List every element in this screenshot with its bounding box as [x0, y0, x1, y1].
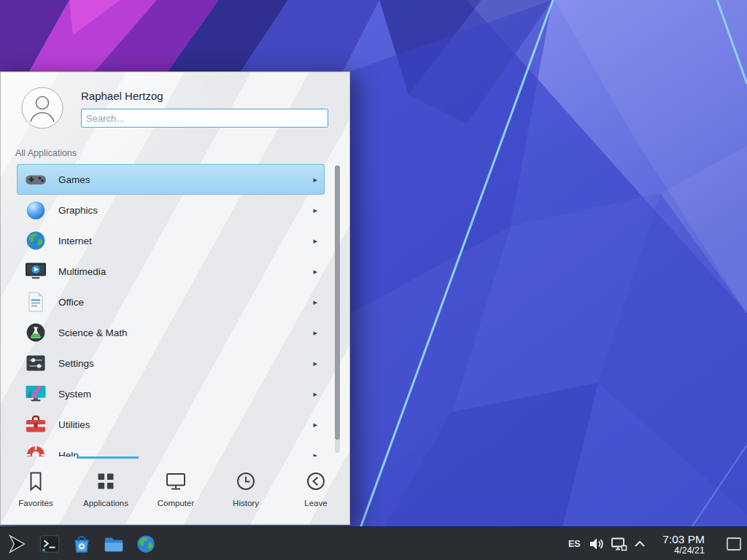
tab-computer[interactable]: Computer [141, 459, 211, 526]
gamepad-icon [24, 168, 47, 191]
browser-icon [135, 533, 157, 555]
category-help[interactable]: Help ▸ [17, 440, 325, 456]
app-launcher-button[interactable] [3, 529, 32, 559]
taskbar-app-browser[interactable] [131, 529, 160, 559]
tab-label: Computer [158, 499, 195, 508]
category-settings[interactable]: Settings ▸ [17, 348, 325, 378]
chevron-up-icon [632, 541, 647, 553]
submenu-arrow-icon: ▸ [313, 298, 317, 307]
monitor-icon [165, 470, 187, 492]
category-list: Games ▸ Graphics ▸ Internet ▸ Multimedia… [1, 164, 351, 456]
category-label: Science & Math [58, 327, 313, 338]
category-system[interactable]: System ▸ [17, 378, 325, 409]
category-science-math[interactable]: Science & Math ▸ [17, 317, 325, 348]
tab-label: History [233, 499, 259, 508]
category-games[interactable]: Games ▸ [17, 164, 325, 195]
category-multimedia[interactable]: Multimedia ▸ [17, 256, 325, 287]
volume-icon [588, 542, 605, 555]
submenu-arrow-icon: ▸ [313, 359, 317, 368]
user-icon [21, 87, 63, 129]
taskbar-app-terminal[interactable] [35, 529, 64, 559]
flask-icon [24, 321, 47, 344]
clock-time: 7:03 PM [662, 532, 705, 545]
tab-label: Favorites [18, 499, 53, 508]
category-graphics[interactable]: Graphics ▸ [17, 195, 325, 225]
document-icon [24, 290, 47, 314]
show-desktop-button[interactable] [726, 536, 742, 555]
submenu-arrow-icon: ▸ [313, 328, 317, 338]
terminal-icon [39, 533, 61, 555]
submenu-arrow-icon: ▸ [313, 175, 317, 184]
lifebuoy-icon [24, 443, 47, 456]
clock[interactable]: 7:03 PM 4/24/21 [662, 532, 705, 555]
grid-icon [95, 470, 117, 492]
tab-leave[interactable]: Leave [281, 459, 351, 526]
bookmark-icon [25, 470, 47, 492]
network-button[interactable] [610, 535, 627, 556]
category-office[interactable]: Office ▸ [17, 287, 325, 317]
category-internet[interactable]: Internet ▸ [17, 225, 325, 256]
globe-icon [24, 229, 47, 252]
tab-label: Leave [304, 499, 327, 508]
launcher-tab-bar: Favorites Applications Computer History [1, 459, 351, 526]
app-launcher-icon [7, 533, 28, 555]
submenu-arrow-icon: ▸ [313, 206, 317, 215]
clock-date: 4/24/21 [662, 545, 705, 555]
expand-tray-button[interactable] [632, 537, 647, 554]
clock-icon [235, 470, 257, 492]
show-desktop-icon [726, 542, 742, 554]
category-label: Internet [58, 236, 313, 246]
toolbox-icon [24, 413, 47, 436]
tab-applications[interactable]: Applications [71, 459, 141, 526]
category-label: Utilities [58, 419, 313, 430]
scrollbar-thumb[interactable] [335, 166, 340, 440]
volume-button[interactable] [588, 535, 605, 556]
taskbar-app-discover[interactable] [67, 529, 96, 559]
section-label-all-applications: All Applications [15, 148, 77, 158]
taskbar-app-file-manager[interactable] [99, 529, 128, 559]
submenu-arrow-icon: ▸ [313, 236, 317, 246]
search-input[interactable] [81, 109, 328, 128]
submenu-arrow-icon: ▸ [313, 451, 317, 457]
sphere-icon [24, 198, 47, 222]
settings-icon [24, 351, 47, 375]
tab-history[interactable]: History [211, 459, 281, 526]
scrollbar[interactable] [335, 166, 340, 453]
keyboard-layout-indicator[interactable]: ES [568, 539, 581, 549]
taskbar: ES 7:03 PM 4/24/21 [0, 526, 747, 560]
category-label: Help [58, 450, 313, 457]
category-label: Settings [58, 358, 313, 369]
application-launcher-menu: Raphael Hertzog All Applications Games ▸… [0, 71, 350, 525]
category-label: Multimedia [58, 266, 313, 277]
submenu-arrow-icon: ▸ [313, 420, 317, 429]
multimedia-icon [24, 260, 47, 283]
submenu-arrow-icon: ▸ [313, 267, 317, 276]
category-utilities[interactable]: Utilities ▸ [17, 409, 325, 440]
category-label: System [58, 389, 313, 400]
avatar[interactable] [21, 87, 63, 129]
category-label: Office [58, 297, 313, 308]
tab-favorites[interactable]: Favorites [1, 459, 71, 526]
tab-label: Applications [83, 499, 128, 508]
category-label: Graphics [58, 205, 313, 216]
category-label: Games [58, 174, 313, 185]
discover-icon [71, 533, 93, 555]
user-name: Raphael Hertzog [81, 90, 163, 102]
file-manager-icon [103, 533, 125, 555]
leave-icon [305, 470, 327, 492]
submenu-arrow-icon: ▸ [313, 389, 317, 399]
system-icon [24, 382, 47, 405]
network-icon [610, 542, 627, 555]
